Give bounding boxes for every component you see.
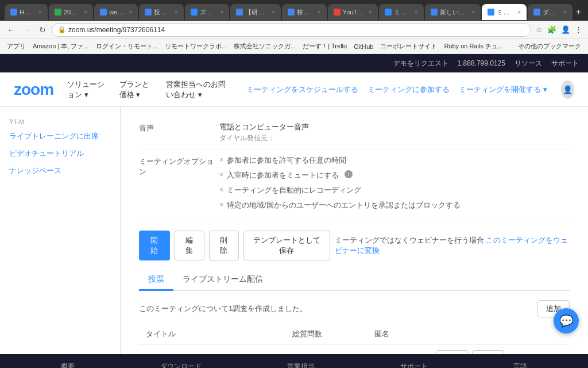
tab-label: 投稿を <box>154 8 170 17</box>
tab-close-icon[interactable]: × <box>38 9 42 16</box>
tab-label: ミーテ <box>497 8 513 17</box>
page-footer: 概要ダウンロード営業担当サポート言語 <box>0 354 588 368</box>
tab-close-icon[interactable]: × <box>369 9 372 16</box>
browser-tab-t11[interactable]: ミーテ× <box>482 4 527 20</box>
header-action-link[interactable]: ミーティングをスケジュールする <box>246 85 358 95</box>
audio-row: 音声 電話とコンピューター音声 ダイヤル発信元： <box>139 116 570 150</box>
save-template-button[interactable]: テンプレートとして保存 <box>243 231 330 260</box>
refresh-button[interactable]: ↻ <box>37 24 48 36</box>
edit-button[interactable]: 編集 <box>175 231 204 260</box>
poll-delete-button[interactable]: 削除 <box>472 350 504 354</box>
address-bar[interactable]: 🔒 zoom.us/meeting/97372606114 <box>52 23 531 37</box>
footer-link[interactable]: 言語 <box>513 362 527 369</box>
tab-close-icon[interactable]: × <box>517 9 521 16</box>
bookmark-item[interactable]: コーポレートサイト <box>378 41 439 52</box>
support-link[interactable]: サポート <box>551 59 579 68</box>
tab-label: HTML <box>20 9 34 16</box>
bookmark-item[interactable]: ログイン・リモート... <box>94 41 160 52</box>
start-button[interactable]: 開始 <box>139 231 170 260</box>
browser-tab-t6[interactable]: 【研修】× <box>230 4 281 20</box>
sidebar-link[interactable]: ビデオチュートリアル <box>0 145 120 162</box>
zoom-nav-item[interactable]: 営業担当へのお問い合わせ ▾ <box>166 79 233 100</box>
tab-close-icon[interactable]: × <box>175 9 178 16</box>
zoom-logo[interactable]: zoom <box>14 80 53 99</box>
tab-bar: HTML×2021©×web会×投稿を×ズーム×【研修】×株式会×YouTube… <box>0 0 588 21</box>
poll-title: ∨投票1：アンケート <box>139 344 285 355</box>
browser-tab-t8[interactable]: YouTube× <box>328 4 378 20</box>
forward-button[interactable]: → <box>21 24 33 36</box>
browser-tab-t2[interactable]: 2021©× <box>49 4 93 20</box>
browser-tab-t3[interactable]: web会× <box>94 4 138 20</box>
footer-link[interactable]: サポート <box>400 362 428 369</box>
content-tab[interactable]: 投票 <box>139 270 173 291</box>
resources-link[interactable]: リソース <box>514 59 542 68</box>
col-title: タイトル <box>139 324 285 344</box>
delete-button[interactable]: 削除 <box>209 231 239 260</box>
browser-tab-t7[interactable]: 株式会× <box>282 4 327 20</box>
bookmark-star-button[interactable]: ☆ <box>535 24 544 35</box>
tabs-bar: 投票ライブストリーム配信 <box>139 270 570 291</box>
browser-tab-t10[interactable]: 新しいタブ× <box>425 4 481 20</box>
bookmark-item[interactable]: だーす！| Trello <box>300 41 349 52</box>
browser-tab-t5[interactable]: ズーム× <box>185 4 230 20</box>
chat-fab[interactable]: 💬 <box>554 308 579 334</box>
bookmark-item[interactable]: Amazon | 本, ファ... <box>30 41 91 52</box>
tab-favicon <box>191 9 198 16</box>
bookmark-item[interactable]: その他のブックマーク <box>516 41 583 52</box>
bookmark-item[interactable]: Ruby on Rails チュ... <box>442 41 505 52</box>
tab-close-icon[interactable]: × <box>415 9 418 16</box>
sidebar-link[interactable]: ナレッジベース <box>0 162 120 179</box>
sidebar-label: ŸT-M <box>0 116 120 128</box>
info-icon[interactable]: i <box>345 170 353 178</box>
tab-close-icon[interactable]: × <box>472 9 475 16</box>
buttons-row: 開始 編集 削除 テンプレートとして保存 ミーティングではなくウェビナーを行う場… <box>139 221 570 270</box>
option-item: ×参加者に参加を許可する任意の時間 <box>219 155 570 166</box>
tab-close-icon[interactable]: × <box>84 9 87 16</box>
option-text: 入室時に参加者をミュートにする <box>227 170 339 181</box>
browser-tab-t12[interactable]: ダッシ× <box>528 4 572 20</box>
page-layout: ŸT-M ライブトレーニングに出席ビデオチュートリアルナレッジベース 音声 電話… <box>0 107 588 354</box>
back-button[interactable]: ← <box>5 24 17 36</box>
bookmark-item[interactable]: 株式会社ソニックガ... <box>231 41 298 52</box>
lock-icon: 🔒 <box>58 26 66 33</box>
tab-label: 【研修】 <box>245 8 267 17</box>
tab-close-icon[interactable]: × <box>220 9 224 16</box>
browser-tab-t1[interactable]: HTML× <box>5 4 48 20</box>
tab-label: 新しいタブ <box>440 8 467 17</box>
bookmark-item[interactable]: リモートワークラボ... <box>163 41 229 52</box>
browser-tab-t4[interactable]: 投稿を× <box>139 4 184 20</box>
bookmark-item[interactable]: アプリ <box>5 41 28 52</box>
poll-edit-button[interactable]: 編集 <box>436 350 469 354</box>
header-action-link[interactable]: ミーティングに参加する <box>368 85 450 95</box>
bookmark-item[interactable]: GitHub <box>351 42 376 51</box>
browser-tab-t9[interactable]: ミーテ× <box>379 4 424 20</box>
option-x-icon: × <box>219 201 223 209</box>
avatar[interactable]: 👤 <box>561 80 574 99</box>
footer-link[interactable]: 概要 <box>61 362 75 369</box>
tab-label: web会 <box>109 8 124 17</box>
tab-close-icon[interactable]: × <box>129 9 132 16</box>
sidebar-link[interactable]: ライブトレーニングに出席 <box>0 128 120 145</box>
phone-number: 1.888.799.0125 <box>458 59 505 67</box>
header-action-link[interactable]: ミーティングを開催する ▾ <box>459 85 547 95</box>
new-tab-button[interactable]: + <box>574 7 583 17</box>
zoom-nav-item[interactable]: ソリューション ▾ <box>67 79 108 100</box>
tab-close-icon[interactable]: × <box>272 9 275 16</box>
tab-close-icon[interactable]: × <box>563 9 567 16</box>
menu-button[interactable]: ⋮ <box>574 24 583 35</box>
footer-link[interactable]: 営業担当 <box>287 362 315 369</box>
extensions-button[interactable]: 🧩 <box>546 24 558 35</box>
zoom-nav-item[interactable]: プランと価格 ▾ <box>119 79 155 100</box>
tab-label: ダッシ <box>543 8 559 17</box>
tab-favicon <box>288 9 295 16</box>
webinar-note-text: ミーティングではなくウェビナーを行う場合 <box>335 236 484 244</box>
content-tab[interactable]: ライブストリーム配信 <box>173 270 272 291</box>
profile-button[interactable]: 👤 <box>560 24 571 35</box>
tab-favicon <box>55 9 61 16</box>
col-questions: 総質問数 <box>285 324 368 344</box>
option-x-icon: × <box>219 156 223 164</box>
footer-link[interactable]: ダウンロード <box>160 362 202 369</box>
demo-link[interactable]: デモをリクエスト <box>393 59 448 68</box>
poll-table: タイトル 総質問数 匿名 ∨投票1：アンケート 1件の質問 いいえ 編集 削除 <box>139 324 570 354</box>
tab-close-icon[interactable]: × <box>318 9 321 16</box>
